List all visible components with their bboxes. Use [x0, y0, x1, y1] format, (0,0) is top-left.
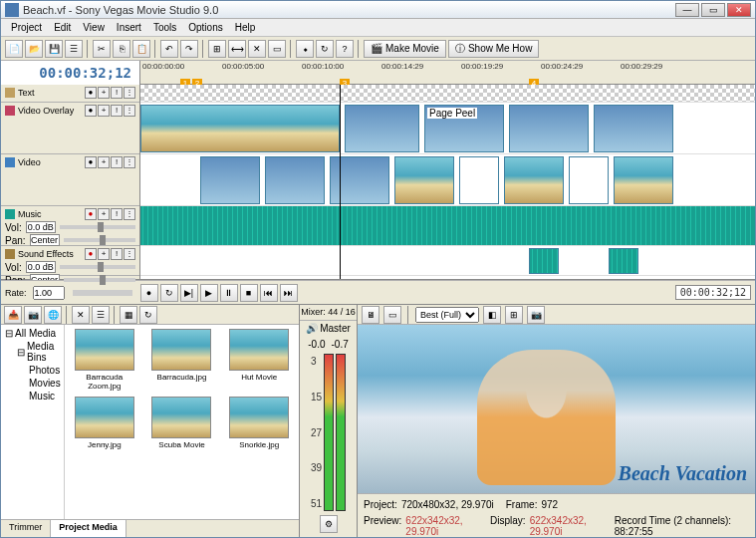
show-me-how-button[interactable]: ⓘShow Me How — [448, 40, 539, 58]
clip-video-6[interactable] — [614, 156, 673, 204]
track-arm-button[interactable]: ● — [85, 208, 97, 220]
tree-movies[interactable]: Movies — [3, 377, 62, 390]
rate-input[interactable] — [33, 286, 65, 300]
rate-slider[interactable] — [73, 290, 132, 296]
track-mute-button[interactable]: ! — [111, 248, 123, 260]
music-vol-input[interactable] — [26, 221, 56, 233]
maximize-button[interactable]: ▭ — [701, 3, 725, 17]
pan-slider[interactable] — [64, 238, 135, 242]
track-header-overlay[interactable]: Video Overlay ● + ! ⋮ — [1, 103, 139, 154]
preview-snap-icon[interactable]: 📷 — [527, 306, 545, 324]
media-item[interactable]: Scuba Movie — [146, 397, 218, 449]
loop-button[interactable]: ↻ — [160, 284, 178, 302]
record-button[interactable]: ● — [140, 284, 158, 302]
clip-overlay-1[interactable] — [140, 105, 340, 152]
menu-project[interactable]: Project — [5, 22, 48, 33]
media-item[interactable]: Jenny.jpg — [69, 397, 140, 449]
track-record-button[interactable]: ● — [85, 156, 97, 168]
preview-device-icon[interactable]: 🖥 — [362, 306, 379, 324]
music-track-lane[interactable] — [140, 206, 755, 246]
track-more-button[interactable]: ⋮ — [124, 105, 135, 117]
clip-video-4[interactable] — [394, 156, 454, 204]
sfx-track-lane[interactable] — [140, 246, 755, 276]
video-track-lane[interactable] — [140, 154, 755, 206]
tab-trimmer[interactable]: Trimmer — [1, 520, 51, 537]
track-mute-button[interactable]: ! — [111, 208, 123, 220]
close-button[interactable]: ✕ — [727, 3, 751, 17]
getmedia-icon[interactable]: 🌐 — [44, 306, 62, 324]
track-header-sfx[interactable]: Sound Effects ● + ! ⋮ Vol: Pan: — [1, 246, 139, 276]
minimize-button[interactable]: — — [675, 3, 699, 17]
clip-video-gap-2[interactable] — [569, 156, 609, 204]
track-header-music[interactable]: Music ● + ! ⋮ Vol: Pan: — [1, 206, 139, 246]
track-more-button[interactable]: ⋮ — [124, 248, 135, 260]
menu-insert[interactable]: Insert — [111, 22, 147, 33]
autorip-icon[interactable]: ▭ — [268, 40, 286, 58]
tree-all-media[interactable]: ⊟ All Media — [3, 327, 62, 340]
remove-icon[interactable]: ✕ — [72, 306, 90, 324]
save-icon[interactable]: 💾 — [45, 40, 63, 58]
vol-slider[interactable] — [60, 265, 135, 269]
clip-sfx-2[interactable] — [609, 248, 638, 274]
track-more-button[interactable]: ⋮ — [124, 156, 135, 168]
menu-options[interactable]: Options — [182, 22, 228, 33]
clip-video-2[interactable] — [265, 156, 325, 204]
track-header-video[interactable]: Video ● + ! ⋮ — [1, 154, 139, 206]
track-fx-button[interactable]: + — [98, 87, 110, 99]
refresh-icon[interactable]: ↻ — [139, 306, 157, 324]
text-track-lane[interactable] — [140, 85, 755, 103]
paste-icon[interactable]: 📋 — [132, 40, 150, 58]
undo-icon[interactable]: ↶ — [160, 40, 178, 58]
track-fx-button[interactable]: + — [98, 105, 110, 117]
pan-slider[interactable] — [64, 278, 135, 282]
tree-photos[interactable]: Photos — [3, 364, 62, 377]
preview-viewport[interactable]: Beach Vacation — [358, 325, 755, 493]
snap-icon[interactable]: ⊞ — [208, 40, 226, 58]
media-item[interactable]: Barracuda.jpg — [146, 329, 218, 391]
play-button[interactable]: ▶ — [200, 284, 218, 302]
preview-split-icon[interactable]: ◧ — [483, 306, 501, 324]
timecode-display[interactable]: 00:00:32;12 — [1, 61, 139, 85]
media-tree[interactable]: ⊟ All Media ⊟ Media Bins Photos Movies M… — [1, 325, 65, 519]
track-mute-button[interactable]: ! — [111, 156, 123, 168]
mixer-settings-icon[interactable]: ⚙ — [320, 515, 338, 533]
clip-overlay-3[interactable]: Page Peel — [424, 105, 504, 152]
clip-video-gap-1[interactable] — [459, 156, 499, 204]
open-icon[interactable]: 📂 — [25, 40, 43, 58]
menu-edit[interactable]: Edit — [48, 22, 77, 33]
vol-slider[interactable] — [60, 225, 135, 229]
track-header-text[interactable]: Text ● + ! ⋮ — [1, 85, 139, 103]
new-icon[interactable]: 📄 — [5, 40, 23, 58]
marker-icon[interactable]: ⬥ — [296, 40, 314, 58]
clip-video-5[interactable] — [504, 156, 564, 204]
track-fx-button[interactable]: + — [98, 208, 110, 220]
track-more-button[interactable]: ⋮ — [124, 208, 135, 220]
go-start-button[interactable]: ⏮ — [260, 284, 278, 302]
stop-button[interactable]: ■ — [240, 284, 258, 302]
loop-icon[interactable]: ↻ — [316, 40, 334, 58]
play-start-button[interactable]: ▶| — [180, 284, 198, 302]
clip-video-1[interactable] — [200, 156, 260, 204]
cut-icon[interactable]: ✂ — [93, 40, 111, 58]
menu-tools[interactable]: Tools — [147, 22, 182, 33]
overlay-track-lane[interactable]: Page Peel — [140, 103, 755, 154]
tree-music[interactable]: Music — [3, 390, 62, 403]
go-end-button[interactable]: ⏭ — [280, 284, 298, 302]
music-pan-input[interactable] — [30, 234, 60, 246]
track-fx-button[interactable]: + — [98, 248, 110, 260]
clip-overlay-5[interactable] — [594, 105, 673, 152]
copy-icon[interactable]: ⎘ — [113, 40, 130, 58]
props-icon[interactable]: ☰ — [92, 306, 110, 324]
preview-quality-select[interactable]: Best (Full) — [415, 307, 479, 323]
clip-sfx-1[interactable] — [529, 248, 559, 274]
track-record-button[interactable]: ● — [85, 105, 97, 117]
sfx-vol-input[interactable] — [26, 261, 56, 273]
track-mute-button[interactable]: ! — [111, 105, 123, 117]
import-icon[interactable]: 📥 — [4, 306, 22, 324]
timeline-content[interactable]: 00:00:00:00 00:00:05:00 00:00:10:00 00:0… — [140, 61, 755, 279]
preview-ext-icon[interactable]: ▭ — [383, 306, 401, 324]
media-item[interactable]: Barracuda Zoom.jpg — [69, 329, 140, 391]
clip-video-3[interactable] — [330, 156, 389, 204]
track-record-button[interactable]: ● — [85, 87, 97, 99]
capture-icon[interactable]: 📷 — [24, 306, 42, 324]
